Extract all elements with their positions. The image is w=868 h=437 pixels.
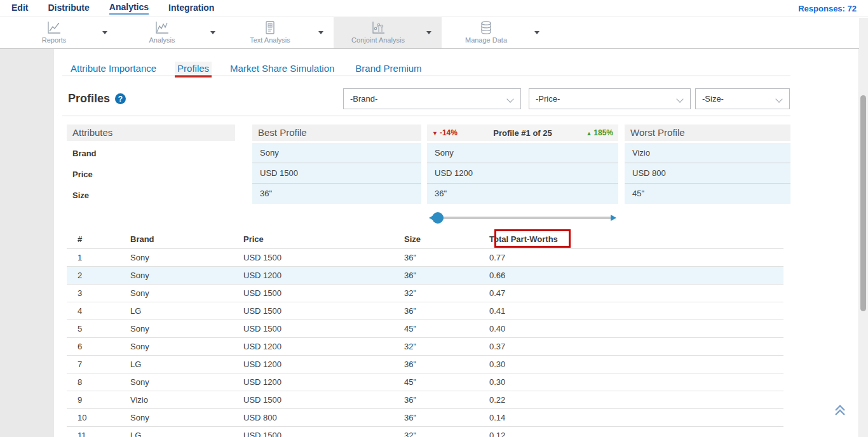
worst-profile-header: Worst Profile xyxy=(625,124,790,141)
size-filter-dropdown[interactable]: -Size- xyxy=(695,88,790,109)
table-row[interactable]: 2 Sony USD 1200 36" 0.66 xyxy=(67,266,783,284)
toolbar-item-manage-data[interactable]: Manage Data xyxy=(442,17,550,48)
part-worths-table: # Brand Price Size Total Part-Worths 1 S… xyxy=(67,231,783,437)
current-profile-price: USD 1200 xyxy=(427,163,618,184)
cell-price: USD 1500 xyxy=(243,426,404,437)
top-nav: Edit Distribute Analytics Integration Re… xyxy=(0,0,868,17)
best-profile-size: 36" xyxy=(252,184,421,204)
toolbar-item-reports[interactable]: Reports xyxy=(10,17,118,48)
cell-worth: 0.40 xyxy=(489,319,783,337)
table-row[interactable]: 9 Vizio USD 1500 36" 0.22 xyxy=(67,391,783,408)
tabs-divider xyxy=(62,76,790,76)
reports-dropdown-caret-icon[interactable] xyxy=(102,31,107,34)
nav-item-edit[interactable]: Edit xyxy=(11,3,28,14)
table-row[interactable]: 8 Sony USD 1200 45" 0.30 xyxy=(67,373,783,391)
attribute-label-price: Price xyxy=(67,164,235,185)
worst-profile-size: 45" xyxy=(625,184,790,204)
table-row[interactable]: 4 LG USD 1500 36" 0.41 xyxy=(67,302,783,319)
current-profile-column: -14% Profile #1 of 25 185% Sony USD 1200… xyxy=(427,124,618,204)
cell-brand: Sony xyxy=(130,248,243,266)
toolbar-item-label: Manage Data xyxy=(465,36,507,44)
toolbar-item-label: Reports xyxy=(42,36,67,44)
cell-worth: 0.66 xyxy=(489,266,783,284)
column-header-num: # xyxy=(67,231,130,248)
nav-item-integration[interactable]: Integration xyxy=(168,3,214,14)
cell-size: 36" xyxy=(404,266,489,284)
price-filter-dropdown[interactable]: -Price- xyxy=(529,88,691,109)
page-title: Profiles xyxy=(68,92,110,105)
scroll-to-top-button[interactable] xyxy=(833,403,848,420)
price-filter-value: -Price- xyxy=(536,94,560,104)
header-divider xyxy=(62,116,790,116)
analytics-toolbar: Reports Analysis Text Analysis xyxy=(0,17,868,49)
toolbar-item-conjoint-analysis[interactable]: Conjoint Analysis xyxy=(334,17,442,48)
cell-brand: Sony xyxy=(130,408,243,426)
table-row[interactable]: 5 Sony USD 1500 45" 0.40 xyxy=(67,319,783,337)
slider-track[interactable] xyxy=(433,217,613,219)
worst-profile-column: Worst Profile Vizio USD 800 45" xyxy=(625,124,790,204)
toolbar-item-text-analysis[interactable]: Text Analysis xyxy=(226,17,334,48)
cell-price: USD 1500 xyxy=(243,302,404,319)
table-row[interactable]: 10 Sony USD 800 36" 0.14 xyxy=(67,408,783,426)
page-scrollbar-track[interactable] xyxy=(859,18,868,437)
current-profile-brand: Sony xyxy=(427,143,618,163)
nav-item-distribute[interactable]: Distribute xyxy=(48,3,89,14)
table-row[interactable]: 3 Sony USD 1500 32" 0.47 xyxy=(67,284,783,302)
cell-price: USD 1200 xyxy=(243,373,404,391)
toolbar-item-label: Conjoint Analysis xyxy=(351,36,405,44)
cell-num: 3 xyxy=(67,284,130,302)
table-row[interactable]: 7 LG USD 1200 36" 0.30 xyxy=(67,355,783,373)
cell-size: 45" xyxy=(404,319,489,337)
manage-data-icon xyxy=(478,20,494,36)
table-row[interactable]: 6 Sony USD 1200 32" 0.37 xyxy=(67,337,783,355)
slider-handle[interactable] xyxy=(432,212,444,224)
attributes-header: Attributes xyxy=(67,124,235,141)
cell-price: USD 1200 xyxy=(243,266,404,284)
cell-brand: LG xyxy=(130,302,243,319)
chevron-down-icon xyxy=(775,95,782,102)
size-filter-value: -Size- xyxy=(702,94,724,104)
table-row[interactable]: 1 Sony USD 1500 36" 0.77 xyxy=(67,248,783,266)
brand-filter-dropdown[interactable]: -Brand- xyxy=(343,88,521,109)
conjoint-analysis-dropdown-caret-icon[interactable] xyxy=(426,31,431,34)
attribute-label-brand: Brand xyxy=(67,143,235,164)
current-profile-size: 36" xyxy=(427,184,618,204)
column-header-total-part-worths: Total Part-Worths xyxy=(489,231,783,248)
cell-num: 4 xyxy=(67,302,130,319)
page-scrollbar-thumb[interactable] xyxy=(860,95,866,311)
slider-right-arrow-icon[interactable] xyxy=(611,215,616,221)
cell-size: 36" xyxy=(404,355,489,373)
cell-num: 7 xyxy=(67,355,130,373)
cell-worth: 0.12 xyxy=(489,426,783,437)
text-analysis-icon xyxy=(262,20,278,36)
cell-worth: 0.37 xyxy=(489,337,783,355)
cell-num: 1 xyxy=(67,248,130,266)
toolbar-item-label: Text Analysis xyxy=(250,36,290,44)
toolbar-item-analysis[interactable]: Analysis xyxy=(118,17,226,48)
cell-num: 6 xyxy=(67,337,130,355)
part-worths-table-body: 1 Sony USD 1500 36" 0.77 2 Sony USD 1200… xyxy=(67,248,783,437)
text-analysis-dropdown-caret-icon[interactable] xyxy=(318,31,323,34)
cell-brand: Sony xyxy=(130,266,243,284)
nav-item-analytics[interactable]: Analytics xyxy=(109,2,149,15)
cell-num: 9 xyxy=(67,391,130,408)
chevron-down-icon xyxy=(676,95,683,102)
manage-data-dropdown-caret-icon[interactable] xyxy=(534,31,539,34)
cell-brand: Sony xyxy=(130,373,243,391)
cell-price: USD 1500 xyxy=(243,248,404,266)
cell-worth: 0.41 xyxy=(489,302,783,319)
cell-size: 36" xyxy=(404,302,489,319)
table-row[interactable]: 11 LG USD 1500 32" 0.12 xyxy=(67,426,783,437)
attributes-column: Attributes Brand Price Size xyxy=(67,124,235,206)
cell-price: USD 800 xyxy=(243,408,404,426)
help-icon[interactable]: ? xyxy=(115,93,126,104)
cell-num: 8 xyxy=(67,373,130,391)
responses-count[interactable]: Responses: 72 xyxy=(798,4,857,13)
analysis-dropdown-caret-icon[interactable] xyxy=(210,31,215,34)
best-profile-header: Best Profile xyxy=(252,124,421,141)
cell-num: 5 xyxy=(67,319,130,337)
conjoint-analysis-icon xyxy=(370,20,386,36)
column-header-brand: Brand xyxy=(130,231,243,248)
cell-price: USD 1500 xyxy=(243,391,404,408)
table-header-row: # Brand Price Size Total Part-Worths xyxy=(67,231,783,248)
